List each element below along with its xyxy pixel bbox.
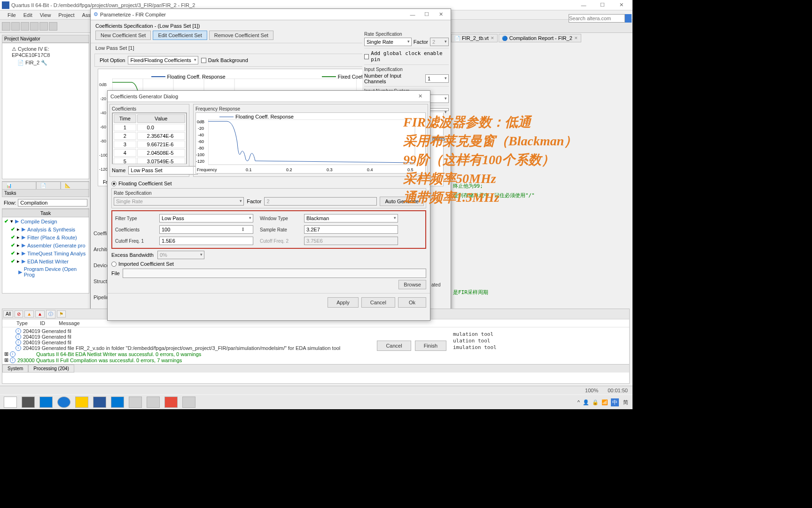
play-icon[interactable]: ▶ (18, 269, 22, 275)
explorer-app-icon[interactable] (75, 397, 88, 408)
expand-icon[interactable]: ▸ (17, 226, 20, 232)
factor-select[interactable]: 2 (430, 38, 449, 46)
search-input[interactable] (569, 14, 625, 23)
taskview-icon[interactable] (22, 397, 35, 408)
plot-option-select[interactable]: Fixed/Floating Coefficients (128, 56, 198, 64)
th-time[interactable]: Time (114, 114, 136, 123)
play-icon[interactable]: ▶ (22, 234, 25, 240)
play-icon[interactable]: ▶ (22, 258, 25, 264)
search-go-icon[interactable] (625, 14, 632, 23)
tray-icon[interactable]: 🔒 (592, 399, 599, 405)
menu-view[interactable]: View (36, 12, 55, 18)
task-compile[interactable]: Compile Design (21, 219, 57, 224)
task-analysis[interactable]: Analysis & Synthesis (27, 227, 75, 232)
filter-type-select[interactable]: Low Pass (159, 214, 253, 222)
ime-mode[interactable]: 简 (622, 398, 630, 406)
table-row[interactable]: 22.35674E-6 (114, 132, 185, 140)
edge-app-icon[interactable] (57, 397, 70, 408)
app-icon[interactable] (164, 397, 178, 408)
msg-filter-flag[interactable]: ⚑ (57, 310, 66, 318)
expand-icon[interactable]: ▸ (17, 234, 20, 240)
ime-indicator[interactable]: 中 (611, 398, 619, 406)
imported-coef-radio[interactable]: Imported Coefficient Set (111, 261, 426, 267)
apply-button[interactable]: Apply (328, 297, 359, 308)
entity-node[interactable]: 📄 FIR_2 🔧 (4, 59, 87, 67)
num-channels-select[interactable]: 1 (425, 74, 449, 83)
rate-select[interactable]: Single Rate (364, 38, 412, 46)
cancel-button[interactable]: Cancel (361, 297, 395, 308)
play-icon[interactable]: ▶ (15, 218, 19, 224)
remove-coef-button[interactable]: Remove Coefficient Set (209, 31, 273, 40)
expand-icon[interactable]: ▾ (10, 218, 13, 224)
sample-rate-input[interactable] (304, 225, 398, 234)
toolbar-icon[interactable] (2, 22, 10, 31)
task-assembler[interactable]: Assembler (Generate pro (27, 243, 86, 248)
new-coef-button[interactable]: New Coefficient Set (95, 31, 151, 40)
msg-filter-info[interactable]: ⓘ (46, 310, 55, 318)
mail-app-icon[interactable] (39, 397, 53, 408)
menu-project[interactable]: Project (55, 12, 78, 18)
play-icon[interactable]: ▶ (22, 226, 25, 232)
toolbar-icon[interactable] (49, 22, 57, 31)
finish-button[interactable]: Finish (415, 341, 446, 351)
table-row[interactable]: 10.0 (114, 124, 185, 131)
msg-tab-system[interactable]: System (2, 365, 28, 373)
msg-filter-error[interactable]: ⊘ (15, 310, 23, 318)
expand-icon[interactable]: ▸ (17, 250, 20, 256)
table-row[interactable]: 53.07549E-5 (114, 158, 185, 164)
expand-icon[interactable]: ▸ (17, 258, 20, 264)
msg-filter-all[interactable]: All (3, 310, 13, 318)
table-row[interactable]: 42.04508E-5 (114, 149, 185, 157)
close-button[interactable]: ✕ (434, 11, 448, 17)
browse-button[interactable]: Browse (398, 280, 426, 289)
tray-icon[interactable]: 👤 (583, 399, 589, 405)
tab-compilation-report[interactable]: 🔵 Compilation Report - FIR_2 ✕ (499, 34, 581, 42)
flow-select[interactable]: Compilation (18, 199, 87, 206)
msg-filter-critical[interactable]: ▲ (35, 310, 45, 318)
tab-fir-tb[interactable]: 📄 FIR_2_tb.vt ✕ (451, 34, 498, 42)
system-tray[interactable]: ^ 👤 🔒 📶 中 简 (578, 398, 630, 406)
close-tab-icon[interactable]: ✕ (491, 36, 494, 40)
global-clock-checkbox[interactable]: Add global clock enable pin (364, 50, 449, 63)
toolbar-icon[interactable] (30, 22, 39, 31)
close-button[interactable]: ✕ (413, 93, 427, 99)
ok-button[interactable]: Ok (398, 297, 426, 308)
table-row[interactable]: 39.66721E-6 (114, 141, 185, 148)
floating-coef-radio[interactable]: Floating Coefficient Set (111, 181, 426, 186)
task-timequest[interactable]: TimeQuest Timing Analys (27, 251, 86, 256)
minimize-button[interactable]: — (406, 12, 420, 17)
tray-icon[interactable]: 📶 (601, 399, 608, 405)
maximize-button[interactable]: ☐ (420, 11, 434, 17)
name-input[interactable] (128, 166, 198, 175)
minimize-button[interactable]: — (574, 0, 593, 10)
maximize-button[interactable]: ☐ (593, 0, 612, 10)
menu-file[interactable]: File (4, 12, 20, 18)
start-button[interactable] (4, 397, 17, 408)
coefficients-input[interactable] (159, 225, 253, 234)
th-value[interactable]: Value (137, 114, 185, 123)
menu-edit[interactable]: Edit (20, 12, 36, 18)
task-fitter[interactable]: Fitter (Place & Route) (27, 235, 77, 240)
app-icon[interactable] (147, 397, 160, 408)
task-eda[interactable]: EDA Netlist Writer (27, 259, 69, 264)
app-icon[interactable] (182, 397, 195, 408)
device-node[interactable]: ⚠ Cyclone IV E: EP4CE10F17C8 (4, 45, 87, 59)
dark-bg-checkbox[interactable]: Dark Background (201, 57, 248, 63)
media-app-icon[interactable] (111, 397, 124, 408)
window-type-select[interactable]: Blackman (304, 214, 398, 222)
expand-icon[interactable]: ▸ (17, 242, 20, 248)
cutoff1-input[interactable] (159, 237, 253, 245)
msg-tab-processing[interactable]: Processing (204) (28, 365, 74, 373)
task-program[interactable]: Program Device (Open Prog (24, 266, 87, 278)
msg-filter-warn[interactable]: ▲ (24, 310, 34, 318)
toolbar-icon[interactable] (11, 22, 20, 31)
play-icon[interactable]: ▶ (22, 242, 25, 248)
cancel-button[interactable]: Cancel (377, 341, 411, 351)
file-input[interactable] (123, 269, 426, 278)
word-app-icon[interactable] (93, 397, 106, 408)
tray-icon[interactable]: ^ (578, 399, 580, 405)
edit-coef-button[interactable]: Edit Coefficient Set (153, 31, 207, 40)
app-icon[interactable] (129, 397, 142, 408)
play-icon[interactable]: ▶ (22, 250, 25, 256)
close-tab-icon[interactable]: ✕ (574, 36, 578, 40)
